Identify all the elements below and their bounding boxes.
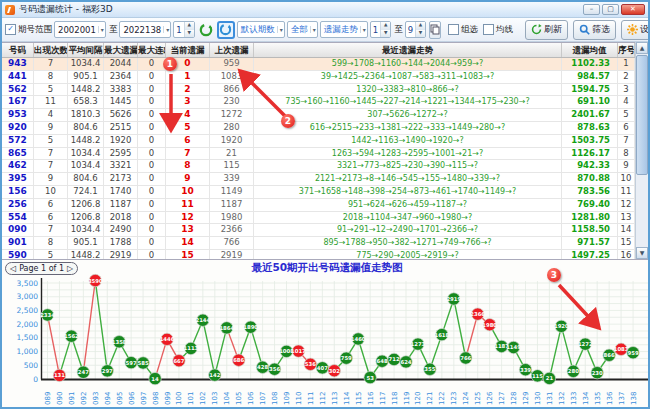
spin-down-icon[interactable]: ▼ [185, 30, 194, 38]
table-row[interactable]: 46271034.43321081153321→773→825→230→390→… [2, 160, 650, 173]
copy-button[interactable] [429, 21, 441, 39]
table-row[interactable]: 25661206.811870111187951→624→626→459→118… [2, 199, 650, 212]
refresh-icon [531, 24, 542, 35]
chevron-down-icon[interactable]: ▾ [163, 26, 169, 33]
table-cell: 256 [2, 199, 34, 211]
omission-line-chart: 05001,0001,5002,0002,5003,0003,500233408… [2, 260, 650, 409]
spin-up-icon[interactable]: ▲ [416, 22, 425, 30]
digit-from-spinner[interactable]: 1 ▲▼ [370, 21, 391, 38]
column-header-9[interactable]: 遗漏均值 [562, 43, 618, 57]
table-cell: 1187 [104, 199, 138, 211]
svg-text:648: 648 [377, 358, 388, 364]
spin-down-icon[interactable]: ▼ [381, 30, 390, 38]
chevron-down-icon[interactable]: ▾ [360, 26, 366, 33]
toolbar: ✓ 期号范围 2002001 ▾ 至 2022138 ▾ 1 ▲▼ 默认期数 ▾… [2, 18, 648, 42]
table-cell: 441 [2, 71, 34, 83]
table-cell: 804.6 [68, 173, 104, 185]
table-cell: 0 [138, 148, 166, 160]
auto-refresh-toggle[interactable] [217, 21, 235, 39]
svg-text:105: 105 [235, 392, 243, 405]
table-row[interactable]: 86571034.4259507211263→594→1283→2595→100… [2, 148, 650, 161]
table-cell: 951→624→626→459→1187→? [254, 199, 562, 211]
close-button[interactable]: ✕ [621, 4, 645, 15]
table-cell: 8 [34, 71, 68, 83]
svg-text:094: 094 [104, 391, 112, 405]
svg-text:091: 091 [68, 392, 76, 405]
chevron-down-icon[interactable]: ▾ [277, 26, 283, 33]
filter-button[interactable]: 筛选 [573, 20, 616, 40]
table-row[interactable]: 9018905.11788014766895→1788→950→382→1271… [2, 237, 650, 250]
table-cell: 0 [138, 186, 166, 198]
period-mode-select[interactable]: 默认期数 ▾ [237, 21, 285, 38]
svg-text:759: 759 [341, 355, 352, 361]
table-row[interactable]: 4418905.1236401108339→1425→2364→1087→583… [2, 71, 650, 84]
table-cell: 984.57 [562, 71, 618, 83]
checkbox-checked-icon[interactable]: ✓ [5, 24, 16, 35]
table-cell: 4 [34, 109, 68, 121]
table-row[interactable]: 94371034.4204400959599→1708→1160→144→204… [2, 58, 650, 71]
svg-text:1113: 1113 [184, 345, 199, 351]
table-row[interactable]: 57251448.219200619201442→1163→1490→1920→… [2, 135, 650, 148]
table-scrollbar[interactable]: ▲ ▼ [635, 42, 648, 259]
settings-button[interactable]: 设置 [621, 20, 650, 40]
magnifier-icon [579, 24, 590, 35]
refresh-button[interactable]: 刷新 [525, 20, 568, 40]
page-next-icon[interactable]: ▷ [67, 263, 73, 274]
junxian-checkbox[interactable]: 均线 [483, 24, 513, 36]
column-header-8[interactable]: 最近遗漏走势 [254, 43, 562, 57]
view-type-select[interactable]: 遗漏走势 ▾ [320, 21, 368, 38]
table-row[interactable]: 95341810.35626041272307→5626→1272→?2401.… [2, 109, 650, 122]
scrollbar-thumb[interactable] [636, 55, 648, 175]
svg-text:104: 104 [223, 391, 231, 405]
omission-table: 号码出现次数平均间隔最大遗漏最大连出当前遗漏上次遗漏最近遗漏走势遗漏均值序号 9… [2, 42, 650, 260]
table-cell: 10 [34, 186, 68, 198]
svg-text:126: 126 [486, 391, 494, 405]
table-row[interactable]: 15610724.117400101149371→1658→148→398→25… [2, 186, 650, 199]
table-cell: 2173 [104, 173, 138, 185]
minimize-button[interactable]: – [583, 4, 600, 15]
range-from-select[interactable]: 2002001 ▾ [54, 21, 106, 38]
table-cell: 1034.4 [68, 160, 104, 172]
refresh-circle-button[interactable] [198, 22, 214, 38]
column-header-1[interactable]: 号码 [2, 43, 34, 57]
column-header-7[interactable]: 上次遗漏 [210, 43, 254, 57]
scroll-down-icon[interactable]: ▼ [636, 247, 648, 259]
zuxuan-checkbox[interactable]: 组选 [448, 24, 478, 36]
step-spinner[interactable]: 1 ▲▼ [173, 21, 194, 38]
table-row[interactable]: 9209804.6251505280616→2515→233→1381→222→… [2, 122, 650, 135]
digit-to-spinner[interactable]: 9 ▲▼ [405, 21, 426, 38]
range-to-select[interactable]: 2022138 ▾ [119, 21, 171, 38]
annotation-badge-2: 2 [281, 114, 295, 128]
column-header-3[interactable]: 平均间隔 [68, 43, 104, 57]
spin-up-icon[interactable]: ▲ [185, 22, 194, 30]
table-cell: 3383 [104, 84, 138, 96]
svg-text:667: 667 [173, 358, 184, 364]
spin-up-icon[interactable]: ▲ [381, 22, 390, 30]
column-header-6[interactable]: 当前遗漏 [166, 43, 210, 57]
column-header-4[interactable]: 最大遗漏 [104, 43, 138, 57]
svg-text:120: 120 [414, 392, 422, 405]
table-row[interactable]: 55461206.8201801219802018→1104→347→960→1… [2, 212, 650, 225]
spin-down-icon[interactable]: ▼ [416, 30, 425, 38]
column-header-2[interactable]: 出现次数 [34, 43, 68, 57]
svg-text:093: 093 [92, 392, 100, 405]
page-navigation[interactable]: ◁ Page 1 of 1 ▷ [5, 262, 78, 275]
chevron-down-icon[interactable]: ▾ [310, 26, 316, 33]
svg-text:766: 766 [460, 355, 471, 361]
table-cell: 1445 [104, 96, 138, 108]
table-row[interactable]: 3959804.62173093392121→2173→8→146→545→15… [2, 173, 650, 186]
table-row[interactable]: 56251448.23383028661320→3383→810→866→?15… [2, 84, 650, 97]
table-row[interactable]: 16711658.3144503230735→160→1160→1445→227… [2, 96, 650, 109]
table-row[interactable]: 09071034.42490013236691→291→12→2490→1701… [2, 224, 650, 237]
column-header-10[interactable]: 序号 [618, 43, 635, 57]
scroll-up-icon[interactable]: ▲ [636, 42, 648, 54]
chevron-down-icon[interactable]: ▾ [98, 26, 104, 33]
page-prev-icon[interactable]: ◁ [10, 263, 16, 274]
table-cell: 783.56 [562, 186, 618, 198]
column-header-5[interactable]: 最大连出 [138, 43, 166, 57]
svg-text:118: 118 [391, 392, 399, 405]
period-range-checkbox[interactable]: ✓ 期号范围 [5, 24, 52, 36]
svg-text:119: 119 [403, 392, 411, 405]
maximize-button[interactable]: ▢ [602, 4, 619, 15]
scope-select[interactable]: 全部 ▾ [287, 21, 318, 38]
